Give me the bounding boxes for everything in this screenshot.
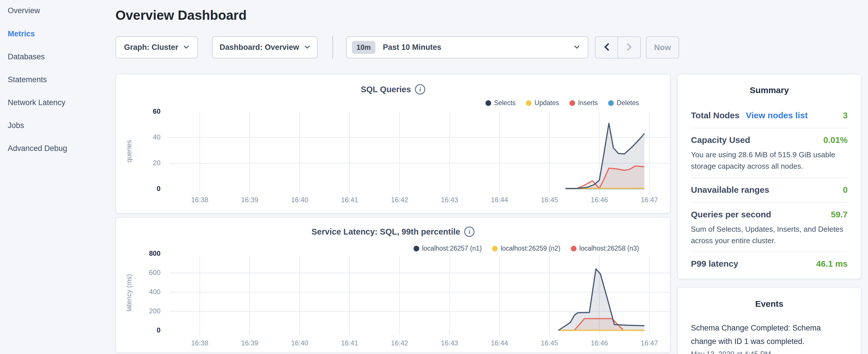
legend-dot-icon xyxy=(526,100,532,106)
x-axis-tick-label: 16:46 xyxy=(582,339,617,347)
event-item-timestamp: May 13, 2020 at 4:45 PM xyxy=(691,350,848,354)
prev-interval-button[interactable] xyxy=(595,37,618,58)
p99-latency-value: 46.1 ms xyxy=(816,259,848,269)
legend-dot-icon xyxy=(569,100,575,106)
queries-per-second-value: 59.7 xyxy=(831,210,848,219)
x-axis-tick-label: 16:38 xyxy=(183,339,217,347)
legend-dot-icon xyxy=(413,246,419,252)
queries-per-second-label: Queries per second xyxy=(691,210,771,219)
info-icon[interactable]: i xyxy=(415,84,425,95)
legend-label: localhost:26259 (n2) xyxy=(501,245,560,252)
time-range-label: Past 10 Minutes xyxy=(383,43,441,52)
time-range-selector[interactable]: 10m Past 10 Minutes xyxy=(346,36,588,58)
x-axis-tick-label: 16:40 xyxy=(283,339,317,347)
x-axis-tick-label: 16:45 xyxy=(532,339,566,347)
x-axis-tick-label: 16:41 xyxy=(333,196,367,204)
x-axis-tick-label: 16:39 xyxy=(232,339,267,347)
legend-item[interactable]: Selects xyxy=(486,99,516,107)
capacity-used-description: You are using 28.6 MiB of 515.9 GiB usab… xyxy=(691,149,848,172)
x-axis-tick-label: 16:41 xyxy=(333,339,367,347)
summary-row-qps: Queries per second 59.7 xyxy=(691,210,848,219)
service-latency-legend: localhost:26257 (n1)localhost:26259 (n2)… xyxy=(413,245,639,252)
capacity-used-label: Capacity Used xyxy=(691,135,750,145)
sidebar-item-jobs[interactable]: Jobs xyxy=(8,121,24,130)
legend-label: localhost:26258 (n3) xyxy=(580,245,639,252)
sidebar: Overview Metrics Databases Statements Ne… xyxy=(0,0,115,354)
sidebar-item-statements[interactable]: Statements xyxy=(8,75,47,84)
y-axis-tick-label: 0 xyxy=(124,326,160,334)
sidebar-item-overview[interactable]: Overview xyxy=(8,6,40,15)
sidebar-item-advanced-debug[interactable]: Advanced Debug xyxy=(8,144,67,153)
service-latency-chart-title: Service Latency: SQL, 99th percentile xyxy=(311,227,460,236)
view-nodes-list-link[interactable]: View nodes list xyxy=(746,110,808,120)
now-button[interactable]: Now xyxy=(646,36,679,58)
queries-per-second-description: Sum of Selects, Updates, Inserts, and De… xyxy=(691,223,848,246)
x-axis-tick-label: 16:44 xyxy=(482,339,517,347)
x-axis-tick-label: 16:47 xyxy=(632,196,666,204)
y-axis-tick-label: 0 xyxy=(127,185,160,193)
total-nodes-label: Total Nodes xyxy=(691,110,739,120)
events-panel: Events Schema Change Completed: Schema c… xyxy=(677,287,861,354)
legend-dot-icon xyxy=(486,100,491,106)
x-axis-tick-label: 16:43 xyxy=(432,339,467,347)
sidebar-item-databases[interactable]: Databases xyxy=(8,53,45,61)
unavailable-ranges-value: 0 xyxy=(843,185,848,195)
legend-label: Inserts xyxy=(578,99,598,107)
chevron-down-icon xyxy=(304,45,310,50)
page-title: Overview Dashboard xyxy=(116,7,247,23)
summary-divider xyxy=(691,252,848,252)
dashboard-dropdown-label: Dashboard: Overview xyxy=(219,43,299,52)
x-axis-tick-label: 16:44 xyxy=(482,196,517,204)
sql-queries-chart-title: SQL Queries xyxy=(361,85,411,94)
legend-item[interactable]: Deletes xyxy=(608,99,639,107)
summary-divider xyxy=(691,128,848,128)
summary-title: Summary xyxy=(691,85,848,95)
graph-dropdown[interactable]: Graph: Cluster xyxy=(116,36,198,58)
p99-latency-label: P99 latency xyxy=(691,259,738,269)
total-nodes-value: 3 xyxy=(843,110,848,120)
x-axis-tick-label: 16:42 xyxy=(382,339,417,347)
legend-item[interactable]: Inserts xyxy=(569,99,598,107)
chart-plot-area xyxy=(169,254,671,337)
x-axis-tick-label: 16:38 xyxy=(183,196,217,204)
sidebar-item-network-latency[interactable]: Network Latency xyxy=(8,98,65,107)
x-axis-tick-label: 16:43 xyxy=(432,196,467,204)
y-axis-tick-label: 800 xyxy=(124,250,160,257)
y-axis-unit-label: queries xyxy=(125,140,133,163)
unavailable-ranges-label: Unavailable ranges xyxy=(691,185,769,195)
legend-dot-icon xyxy=(571,246,577,252)
summary-panel: Summary Total Nodes View nodes list 3 Ca… xyxy=(677,74,861,279)
chevron-right-icon xyxy=(626,42,632,53)
legend-dot-icon xyxy=(492,246,498,252)
controls-divider xyxy=(333,35,333,58)
graph-dropdown-label: Graph: Cluster xyxy=(124,43,178,52)
legend-item[interactable]: localhost:26257 (n1) xyxy=(413,245,482,252)
summary-divider xyxy=(691,202,848,203)
sql-queries-legend: SelectsUpdatesInsertsDeletes xyxy=(486,99,639,107)
next-interval-button[interactable] xyxy=(618,37,640,58)
legend-item[interactable]: localhost:26259 (n2) xyxy=(492,245,560,252)
y-axis-unit-label: latency (ms) xyxy=(125,274,133,312)
x-axis-tick-label: 16:47 xyxy=(632,339,666,347)
x-axis-tick-label: 16:42 xyxy=(382,196,417,204)
legend-label: localhost:26257 (n1) xyxy=(422,245,482,252)
chevron-left-icon xyxy=(603,42,610,53)
summary-row-unavailable-ranges: Unavailable ranges 0 xyxy=(691,185,848,195)
x-axis-tick-label: 16:45 xyxy=(532,196,566,204)
info-icon[interactable]: i xyxy=(464,227,474,237)
legend-item[interactable]: Updates xyxy=(526,99,559,107)
time-step-buttons xyxy=(595,36,641,58)
summary-row-p99: P99 latency 46.1 ms xyxy=(691,259,848,269)
chart-plot-area xyxy=(169,109,671,195)
event-item-text[interactable]: Schema Change Completed: Schema change w… xyxy=(691,321,848,348)
capacity-used-value: 0.01% xyxy=(823,135,848,145)
legend-item[interactable]: localhost:26258 (n3) xyxy=(571,245,639,252)
legend-dot-icon xyxy=(608,100,614,106)
sidebar-item-metrics[interactable]: Metrics xyxy=(8,30,35,38)
x-axis-tick-label: 16:39 xyxy=(232,196,267,204)
legend-label: Selects xyxy=(494,99,516,107)
y-axis-tick-label: 60 xyxy=(127,107,160,116)
chevron-down-icon xyxy=(183,45,189,50)
legend-label: Deletes xyxy=(617,99,639,107)
dashboard-dropdown[interactable]: Dashboard: Overview xyxy=(212,36,317,58)
